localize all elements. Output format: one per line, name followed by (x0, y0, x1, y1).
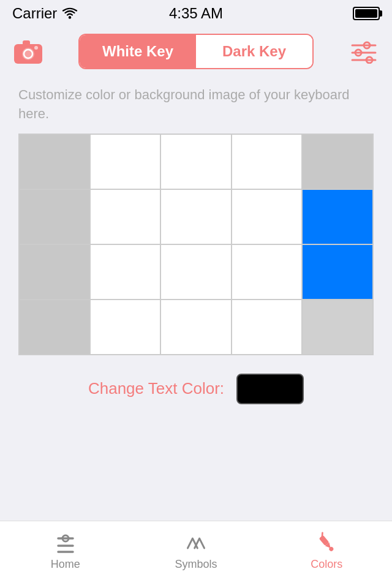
color-cell[interactable] (160, 134, 232, 189)
tab-symbols[interactable]: Symbols (130, 521, 261, 588)
symbols-icon (184, 532, 208, 554)
color-cell[interactable] (90, 134, 161, 189)
colors-icon (314, 532, 339, 554)
color-cell[interactable] (302, 134, 373, 189)
color-cell[interactable] (90, 300, 161, 355)
dark-key-tab[interactable]: Dark Key (196, 35, 312, 68)
symbols-tab-label: Symbols (175, 558, 217, 571)
carrier-text: Carrier (12, 5, 78, 22)
battery-indicator (353, 7, 380, 20)
tab-bar: Home Symbols Colors (0, 521, 392, 588)
color-grid (19, 134, 373, 355)
color-cell[interactable] (19, 244, 90, 300)
color-cell[interactable] (232, 300, 303, 355)
color-cell[interactable] (160, 189, 232, 244)
carrier-label: Carrier (12, 5, 57, 22)
color-cell[interactable] (90, 189, 161, 244)
battery-icon (353, 7, 380, 20)
color-cell[interactable] (160, 300, 232, 355)
color-grid-container (18, 134, 374, 355)
status-time: 4:35 AM (169, 5, 223, 22)
toolbar: White Key Dark Key (0, 27, 392, 76)
sliders-icon (350, 39, 378, 64)
svg-point-5 (34, 46, 38, 50)
change-text-color-row: Change Text Color: (0, 374, 392, 404)
color-cell[interactable] (19, 300, 90, 355)
color-cell[interactable] (160, 244, 232, 300)
text-color-swatch[interactable] (236, 374, 304, 404)
home-icon (53, 532, 78, 554)
color-cell[interactable] (302, 300, 373, 355)
color-cell[interactable] (232, 134, 303, 189)
battery-fill (355, 9, 377, 18)
segmented-control: White Key Dark Key (78, 34, 314, 69)
color-cell[interactable] (19, 134, 90, 189)
svg-point-0 (69, 16, 71, 18)
color-cell[interactable] (90, 244, 161, 300)
white-key-tab[interactable]: White Key (80, 35, 196, 68)
color-cell[interactable] (302, 244, 373, 300)
main-content: Customize color or background image of y… (0, 76, 392, 521)
color-cell[interactable] (232, 189, 303, 244)
tab-colors[interactable]: Colors (262, 521, 392, 588)
camera-button[interactable] (10, 33, 47, 70)
instruction-text: Customize color or background image of y… (0, 76, 392, 131)
tab-home[interactable]: Home (0, 521, 130, 588)
colors-tab-label: Colors (311, 558, 342, 571)
sliders-button[interactable] (345, 33, 382, 70)
change-text-color-label: Change Text Color: (88, 379, 224, 398)
color-cell[interactable] (232, 244, 303, 300)
color-cell[interactable] (19, 189, 90, 244)
svg-rect-4 (23, 40, 30, 45)
status-bar: Carrier 4:35 AM (0, 0, 392, 27)
camera-icon (13, 38, 43, 65)
wifi-icon (62, 7, 78, 20)
home-tab-label: Home (51, 558, 80, 571)
color-cell[interactable] (302, 189, 373, 244)
